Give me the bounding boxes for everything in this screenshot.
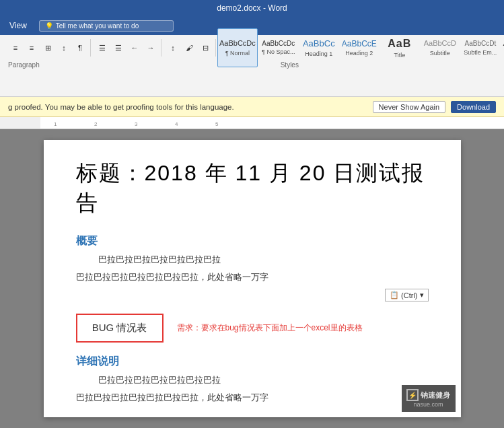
watermark-icon: ⚡ <box>406 389 419 401</box>
sort-icon[interactable]: ↕ <box>57 40 71 55</box>
section1-para1: 巴拉巴拉巴拉巴拉巴拉巴拉巴拉 <box>89 254 429 266</box>
notification-bar: g proofed. You may be able to get proofi… <box>0 97 504 117</box>
paragraph-section-label: Paragraph <box>8 61 40 69</box>
column-icon[interactable]: ⊞ <box>40 40 55 55</box>
style-emphasis[interactable]: AaBbCcDt Emphasis <box>501 28 504 67</box>
watermark-logo: ⚡ 钠速健身 nasue.com <box>402 385 456 412</box>
paste-dropdown-icon: ▾ <box>420 291 424 299</box>
pilcrow-icon[interactable]: ¶ <box>73 40 87 55</box>
document-page: 标题：2018 年 11 月 20 日测试报告 概要 巴拉巴拉巴拉巴拉巴拉巴拉巴… <box>44 140 461 417</box>
spacing-icons: ↕ 🖌 ⊟ <box>163 39 216 57</box>
search-placeholder: Tell me what you want to do <box>56 22 139 30</box>
style-h1-label: Heading 1 <box>305 50 332 57</box>
style-subtitle-label: Subtitle <box>430 50 450 57</box>
ribbon-top-row: ≡ ≡ ⊞ ↕ ¶ ☰ ☰ ← → ↕ 🖌 ⊟ AaBbCcDc ¶ Norma… <box>5 38 499 58</box>
section1-heading: 概要 <box>76 234 429 248</box>
title-bar: demo2.docx - Word <box>0 0 504 16</box>
bug-box: BUG 情况表 <box>76 314 164 343</box>
bullet-list-icon[interactable]: ☰ <box>95 40 110 55</box>
style-normal-preview: AaBbCcDc <box>219 39 256 48</box>
style-subtle-label: Subtle Em... <box>464 49 497 56</box>
bug-row: BUG 情况表 需求：要求在bug情况表下面加上一个excel里的表格 <box>76 314 429 343</box>
shading-icon[interactable]: 🖌 <box>182 40 196 55</box>
ruler-inner: 1 2 3 4 5 <box>40 117 504 129</box>
style-h1-preview: AaBbCc <box>303 38 335 49</box>
style-h2-preview: AaBbCcE <box>342 39 377 48</box>
style-nospace-preview: AaBbCcDc <box>262 40 295 47</box>
numbered-list-icon[interactable]: ☰ <box>111 40 126 55</box>
paste-ctrl-container: 📋 (Ctrl) ▾ <box>76 289 429 301</box>
ruler-mark-5: 5 <box>215 121 218 127</box>
indent-increase-icon[interactable]: → <box>143 40 158 55</box>
watermark-brand: 钠速健身 <box>421 390 450 400</box>
style-nospace-label: ¶ No Spac... <box>262 48 295 55</box>
document-title: 标题：2018 年 11 月 20 日测试报告 <box>76 159 429 218</box>
indent-left-icon[interactable]: ≡ <box>8 40 23 55</box>
document-area: 标题：2018 年 11 月 20 日测试报告 概要 巴拉巴拉巴拉巴拉巴拉巴拉巴… <box>0 129 504 428</box>
paste-ctrl-label: (Ctrl) <box>401 291 417 299</box>
ruler-mark-3: 3 <box>135 121 137 127</box>
style-normal-label: ¶ Normal <box>225 50 250 57</box>
ruler-mark-2: 2 <box>94 121 97 127</box>
bug-note: 需求：要求在bug情况表下面加上一个excel里的表格 <box>177 322 363 334</box>
menu-view[interactable]: View <box>5 20 31 32</box>
section2-para1: 巴拉巴拉巴拉巴拉巴拉巴拉巴拉 <box>89 374 429 386</box>
watermark-url: nasue.com <box>413 401 443 408</box>
line-spacing-icon[interactable]: ↕ <box>166 40 180 55</box>
ruler-mark-4: 4 <box>175 121 178 127</box>
download-button[interactable]: Download <box>451 101 496 113</box>
style-title-preview: AaB <box>388 37 411 50</box>
tell-me-search[interactable]: 💡 Tell me what you want to do <box>39 20 174 32</box>
paste-ctrl-button[interactable]: 📋 (Ctrl) ▾ <box>385 289 428 301</box>
styles-section-label: Styles <box>281 61 491 69</box>
section2-para2: 巴拉巴拉巴拉巴拉巴拉巴拉巴拉，此处省略一万字 <box>76 392 429 404</box>
borders-icon[interactable]: ⊟ <box>198 40 213 55</box>
section1-para2: 巴拉巴拉巴拉巴拉巴拉巴拉巴拉，此处省略一万字 <box>76 271 429 283</box>
style-h2-label: Heading 2 <box>345 50 373 57</box>
lightbulb-icon: 💡 <box>45 22 53 30</box>
ribbon: ≡ ≡ ⊞ ↕ ¶ ☰ ☰ ← → ↕ 🖌 ⊟ AaBbCcDc ¶ Norma… <box>0 35 504 97</box>
style-subtitle-preview: AaBbCcD <box>424 39 456 48</box>
window-title: demo2.docx - Word <box>217 3 287 13</box>
indent-right-icon[interactable]: ≡ <box>24 40 39 55</box>
watermark-top: ⚡ 钠速健身 <box>406 389 450 401</box>
notification-text: g proofed. You may be able to get proofi… <box>8 103 367 111</box>
ruler-mark-1: 1 <box>54 121 57 127</box>
style-subtle-preview: AaBbCcDt <box>464 40 496 48</box>
ruler: 1 2 3 4 5 <box>0 117 504 129</box>
section2-heading: 详细说明 <box>76 355 429 369</box>
watermark-symbol: ⚡ <box>408 392 417 399</box>
indent-decrease-icon[interactable]: ← <box>127 40 142 55</box>
style-normal[interactable]: AaBbCcDc ¶ Normal <box>217 28 258 67</box>
list-icons: ☰ ☰ ← → <box>92 39 161 57</box>
style-title-label: Title <box>394 52 405 59</box>
never-show-button[interactable]: Never Show Again <box>373 101 446 113</box>
clipboard-icon: 📋 <box>390 291 399 299</box>
paragraph-icons: ≡ ≡ ⊞ ↕ ¶ <box>5 39 91 57</box>
